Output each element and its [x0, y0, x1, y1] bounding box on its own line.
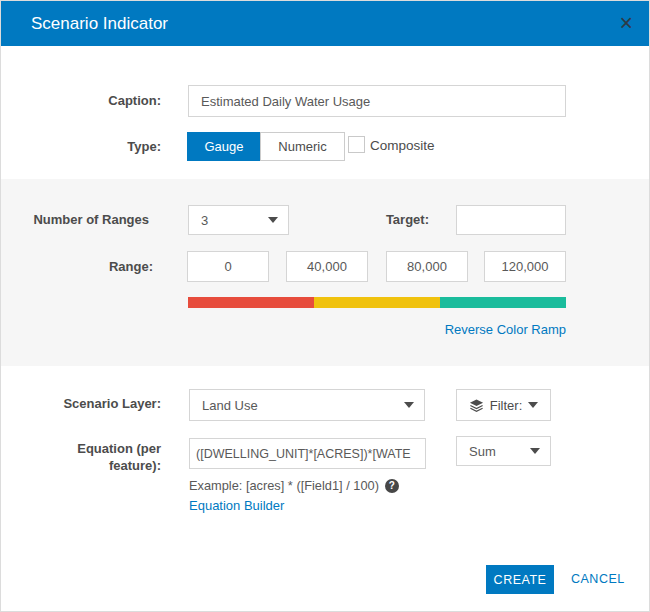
equation-label: Equation (per feature): [31, 440, 161, 474]
chevron-down-icon [268, 217, 278, 223]
range-input-2[interactable] [286, 251, 368, 282]
chevron-down-icon [404, 402, 414, 408]
caption-label: Caption: [1, 93, 161, 108]
color-ramp-segment-green [440, 297, 566, 308]
dialog-title: Scenario Indicator [31, 1, 168, 46]
range-input-1[interactable] [187, 251, 269, 282]
scenario-layer-select[interactable]: Land Use [189, 389, 425, 421]
color-ramp [188, 297, 566, 308]
close-icon[interactable]: × [620, 8, 633, 38]
equation-example-row: Example: [acres] * ([Field1] / 100) ? [189, 478, 399, 493]
help-icon[interactable]: ? [385, 479, 399, 493]
number-of-ranges-select[interactable]: 3 [188, 205, 289, 235]
aggregation-select[interactable]: Sum [456, 436, 551, 466]
scenario-layer-label: Scenario Layer: [1, 396, 161, 411]
composite-label: Composite [370, 138, 435, 153]
equation-input[interactable] [189, 438, 426, 469]
type-label: Type: [1, 139, 161, 154]
range-input-4[interactable] [484, 251, 566, 282]
number-of-ranges-label: Number of Ranges [1, 205, 149, 235]
layers-icon [469, 398, 484, 413]
number-of-ranges-value: 3 [201, 206, 208, 234]
reverse-color-ramp-link[interactable]: Reverse Color Ramp [188, 322, 566, 337]
aggregation-value: Sum [469, 437, 496, 465]
chevron-down-icon [528, 402, 538, 408]
create-button[interactable]: CREATE [486, 565, 554, 594]
type-numeric-button[interactable]: Numeric [260, 132, 345, 161]
scenario-layer-value: Land Use [202, 390, 258, 420]
color-ramp-segment-red [188, 297, 314, 308]
type-gauge-button[interactable]: Gauge [187, 132, 261, 161]
range-input-3[interactable] [386, 251, 468, 282]
cancel-button[interactable]: CANCEL [571, 572, 625, 586]
composite-checkbox[interactable] [348, 136, 365, 153]
range-label: Range: [1, 251, 153, 282]
color-ramp-segment-yellow [314, 297, 440, 308]
target-label: Target: [341, 205, 429, 235]
dialog-header: Scenario Indicator × [1, 1, 649, 46]
target-input[interactable] [456, 205, 566, 235]
equation-example-text: Example: [acres] * ([Field1] / 100) [189, 478, 379, 493]
chevron-down-icon [530, 448, 540, 454]
filter-button[interactable]: Filter: [456, 389, 551, 421]
filter-label: Filter: [490, 398, 523, 413]
equation-builder-link[interactable]: Equation Builder [189, 498, 284, 513]
ranges-panel: Number of Ranges 3 Target: Range: Revers… [1, 179, 649, 366]
scenario-indicator-dialog: Scenario Indicator × Caption: Type: Gaug… [0, 0, 650, 612]
caption-input[interactable] [188, 85, 566, 117]
